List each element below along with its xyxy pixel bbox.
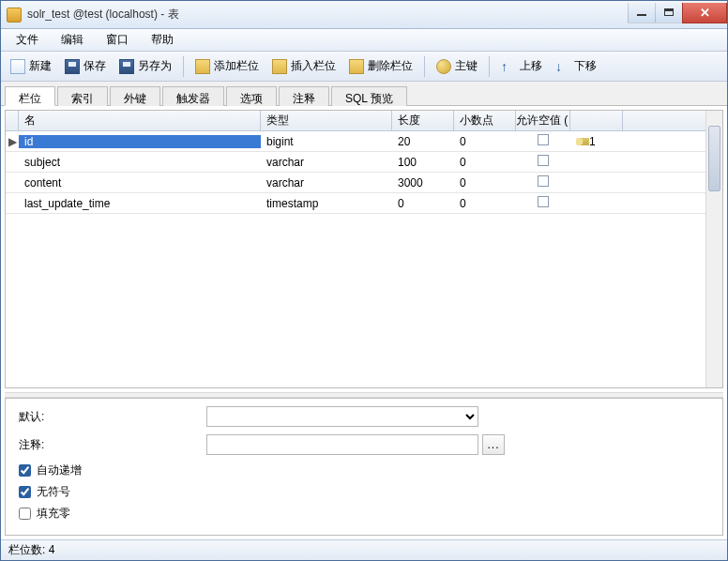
unsigned-checkbox[interactable]: 无符号 bbox=[19, 484, 709, 500]
tab-sql-preview[interactable]: SQL 预览 bbox=[331, 86, 407, 106]
cell-key[interactable]: 1 bbox=[570, 135, 623, 148]
cell-null[interactable] bbox=[516, 155, 570, 169]
insert-field-icon bbox=[272, 59, 287, 74]
table-row[interactable]: last_update_timetimestamp00 bbox=[6, 193, 705, 214]
field-count: 栏位数: 4 bbox=[8, 542, 54, 558]
scroll-thumb[interactable] bbox=[708, 126, 720, 191]
saveas-icon bbox=[119, 59, 134, 74]
row-marker: ▶ bbox=[6, 135, 19, 148]
toolbar-sep bbox=[183, 56, 184, 77]
table-row[interactable]: subjectvarchar1000 bbox=[6, 152, 705, 173]
tab-options[interactable]: 选项 bbox=[226, 86, 277, 106]
col-allow-null[interactable]: 允许空值 ( bbox=[516, 111, 570, 130]
fields-grid: 名 类型 长度 小数点 允许空值 ( ▶idbigint2001subjectv… bbox=[5, 110, 723, 388]
add-field-icon bbox=[195, 59, 210, 74]
cell-length[interactable]: 20 bbox=[392, 135, 454, 148]
cell-type[interactable]: timestamp bbox=[261, 197, 392, 210]
col-length[interactable]: 长度 bbox=[392, 111, 454, 130]
menu-help[interactable]: 帮助 bbox=[140, 29, 185, 51]
checkbox-icon[interactable] bbox=[538, 134, 549, 145]
minimize-button[interactable] bbox=[628, 3, 656, 23]
checkbox-icon[interactable] bbox=[538, 175, 549, 187]
statusbar: 栏位数: 4 bbox=[1, 539, 727, 560]
tabbar: 栏位 索引 外键 触发器 选项 注释 SQL 预览 bbox=[1, 82, 727, 106]
arrow-up-icon bbox=[501, 59, 516, 74]
tab-comments[interactable]: 注释 bbox=[279, 86, 329, 106]
cell-name[interactable]: content bbox=[19, 176, 261, 190]
app-window: solr_test @test (localhost) - 表 ✕ 文件 编辑 … bbox=[0, 0, 728, 561]
menubar: 文件 编辑 窗口 帮助 bbox=[1, 29, 727, 52]
table-row[interactable]: ▶idbigint2001 bbox=[6, 131, 705, 152]
cell-name[interactable]: last_update_time bbox=[19, 197, 261, 210]
window-title: solr_test @test (localhost) - 表 bbox=[27, 7, 629, 23]
grid-scrollbar[interactable] bbox=[705, 111, 722, 387]
arrow-down-icon bbox=[555, 59, 570, 74]
primary-key-button[interactable]: 主键 bbox=[431, 55, 483, 77]
cell-null[interactable] bbox=[516, 134, 570, 148]
toolbar-sep bbox=[424, 56, 425, 77]
field-properties: 默认: 注释: ... 自动递增 无符号 填充零 bbox=[5, 398, 723, 536]
insert-field-button[interactable]: 插入栏位 bbox=[266, 55, 341, 77]
checkbox-icon[interactable] bbox=[538, 155, 549, 166]
cell-name[interactable]: subject bbox=[19, 156, 261, 169]
col-decimals[interactable]: 小数点 bbox=[454, 111, 516, 130]
auto-increment-checkbox[interactable]: 自动递增 bbox=[19, 462, 709, 478]
toolbar: 新建 保存 另存为 添加栏位 插入栏位 删除栏位 主键 上移 下移 bbox=[1, 52, 727, 82]
col-type[interactable]: 类型 bbox=[261, 111, 392, 130]
cell-decimals[interactable]: 0 bbox=[454, 156, 516, 169]
save-icon bbox=[65, 59, 80, 74]
primary-key-icon bbox=[576, 138, 589, 145]
move-down-button[interactable]: 下移 bbox=[550, 55, 602, 77]
tab-fields[interactable]: 栏位 bbox=[5, 86, 55, 106]
cell-name[interactable]: id bbox=[19, 135, 261, 148]
cell-decimals[interactable]: 0 bbox=[454, 176, 516, 190]
cell-type[interactable]: varchar bbox=[261, 156, 392, 169]
checkbox-icon[interactable] bbox=[538, 196, 549, 207]
cell-decimals[interactable]: 0 bbox=[454, 197, 516, 210]
tab-foreign-keys[interactable]: 外键 bbox=[110, 86, 160, 106]
cell-type[interactable]: bigint bbox=[261, 135, 392, 148]
comment-label: 注释: bbox=[19, 437, 206, 453]
delete-field-button[interactable]: 删除栏位 bbox=[343, 55, 418, 77]
grid-header: 名 类型 长度 小数点 允许空值 ( bbox=[6, 111, 705, 131]
zerofill-checkbox[interactable]: 填充零 bbox=[19, 506, 709, 522]
toolbar-sep bbox=[489, 56, 490, 77]
menu-edit[interactable]: 编辑 bbox=[50, 29, 95, 51]
maximize-button[interactable] bbox=[655, 3, 683, 23]
saveas-button[interactable]: 另存为 bbox=[114, 55, 177, 77]
cell-null[interactable] bbox=[516, 175, 570, 190]
cell-length[interactable]: 100 bbox=[392, 156, 454, 169]
comment-input[interactable] bbox=[206, 434, 478, 455]
menu-file[interactable]: 文件 bbox=[5, 29, 50, 51]
comment-more-button[interactable]: ... bbox=[482, 434, 505, 455]
save-button[interactable]: 保存 bbox=[59, 55, 112, 77]
tab-indexes[interactable]: 索引 bbox=[57, 86, 108, 106]
app-icon bbox=[7, 8, 22, 23]
cell-type[interactable]: varchar bbox=[261, 176, 392, 190]
cell-length[interactable]: 3000 bbox=[392, 176, 454, 190]
cell-length[interactable]: 0 bbox=[392, 197, 454, 210]
delete-field-icon bbox=[349, 59, 364, 74]
cell-null[interactable] bbox=[516, 196, 570, 210]
menu-window[interactable]: 窗口 bbox=[95, 29, 140, 51]
col-name[interactable]: 名 bbox=[19, 111, 261, 130]
table-row[interactable]: contentvarchar30000 bbox=[6, 173, 705, 193]
default-select[interactable] bbox=[206, 406, 478, 427]
cell-decimals[interactable]: 0 bbox=[454, 135, 516, 148]
move-up-button[interactable]: 上移 bbox=[495, 55, 548, 77]
close-button[interactable]: ✕ bbox=[682, 3, 727, 23]
col-key[interactable] bbox=[570, 111, 623, 130]
default-label: 默认: bbox=[19, 409, 206, 425]
titlebar[interactable]: solr_test @test (localhost) - 表 ✕ bbox=[1, 1, 727, 29]
key-icon bbox=[436, 59, 451, 74]
tab-triggers[interactable]: 触发器 bbox=[162, 86, 224, 106]
new-icon bbox=[10, 59, 25, 74]
new-button[interactable]: 新建 bbox=[5, 55, 57, 77]
add-field-button[interactable]: 添加栏位 bbox=[190, 55, 265, 77]
window-controls: ✕ bbox=[629, 3, 727, 23]
